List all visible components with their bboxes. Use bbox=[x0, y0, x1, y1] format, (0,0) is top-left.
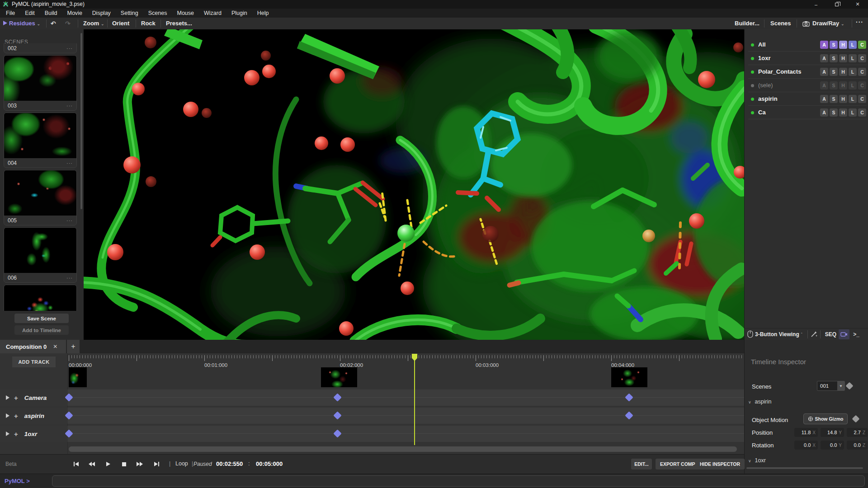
track-camera[interactable]: + Camera bbox=[0, 389, 744, 406]
hide-button[interactable]: H bbox=[839, 108, 847, 117]
keyframe-diamond[interactable] bbox=[333, 393, 341, 401]
color-button[interactable]: C bbox=[858, 95, 866, 103]
export-comp-button[interactable]: EXPORT COMP bbox=[656, 459, 700, 469]
mouse-mode-selector[interactable]: 3-Button Viewing bbox=[755, 331, 799, 338]
scene-card-005[interactable]: 005··· bbox=[4, 170, 77, 225]
track-lane[interactable] bbox=[68, 408, 744, 424]
play-button[interactable] bbox=[103, 460, 113, 468]
add-track-button[interactable]: ADD TRACK bbox=[12, 357, 56, 367]
scene-select[interactable]: 001 ▼ bbox=[817, 381, 845, 391]
rotation-z-field[interactable]: 0.0Z bbox=[847, 441, 868, 450]
scene-card-006[interactable]: 006··· bbox=[4, 227, 77, 283]
skip-to-end-button[interactable] bbox=[151, 460, 161, 468]
rotation-y-field[interactable]: 0.0Y bbox=[821, 441, 844, 450]
scene-card-menu-icon[interactable]: ··· bbox=[66, 160, 73, 166]
show-button[interactable]: S bbox=[830, 108, 838, 117]
dropdown-arrow-icon[interactable]: ▼ bbox=[837, 381, 844, 390]
show-button[interactable]: S bbox=[830, 68, 838, 76]
keyframe-diamond[interactable] bbox=[625, 393, 633, 401]
show-gizmo-button[interactable]: Show Gizmo bbox=[803, 413, 848, 424]
scenes-button[interactable]: Scenes bbox=[770, 20, 791, 27]
object-row-polar-contacts[interactable]: Polar_Contacts A S H L C bbox=[745, 65, 868, 79]
menu-setting[interactable]: Setting bbox=[116, 10, 143, 16]
label-button[interactable]: L bbox=[849, 108, 857, 117]
track-1oxr[interactable]: + 1oxr bbox=[0, 426, 744, 442]
fast-forward-button[interactable] bbox=[135, 460, 145, 468]
scene-card-menu-icon[interactable]: ··· bbox=[66, 218, 73, 223]
action-button[interactable]: A bbox=[820, 41, 828, 49]
terminal-toggle[interactable]: >_ bbox=[853, 331, 859, 338]
label-button[interactable]: L bbox=[849, 54, 857, 62]
close-button[interactable]: ✕ bbox=[847, 0, 868, 9]
color-button[interactable]: C bbox=[858, 54, 866, 62]
scene-card-007[interactable] bbox=[4, 285, 77, 311]
draw-ray-dropdown[interactable]: Draw/Ray ⌄ bbox=[812, 20, 844, 27]
hide-button[interactable]: H bbox=[839, 81, 847, 89]
movie-camera-button[interactable] bbox=[839, 329, 849, 339]
menu-mouse[interactable]: Mouse bbox=[172, 10, 199, 16]
molecular-viewport[interactable] bbox=[84, 29, 744, 340]
builder-button[interactable]: Builder... bbox=[735, 20, 760, 27]
keyframe-diamond-button[interactable] bbox=[852, 415, 860, 423]
hide-button[interactable]: H bbox=[839, 41, 847, 49]
redo-button[interactable]: ↷ bbox=[65, 20, 71, 27]
inspector-scrollbar[interactable] bbox=[746, 467, 863, 469]
loop-toggle[interactable]: Loop bbox=[175, 460, 188, 467]
rock-button[interactable]: Rock bbox=[141, 20, 156, 27]
keyframe-diamond[interactable] bbox=[333, 411, 341, 419]
timeline-ruler[interactable]: 00:00:000 00:01:000 00:02:000 00:03:000 … bbox=[68, 353, 744, 389]
new-composition-tab-button[interactable]: + bbox=[67, 340, 80, 353]
hide-inspector-button[interactable]: HIDE INSPECTOR bbox=[695, 459, 745, 469]
menu-plugin[interactable]: Plugin bbox=[226, 10, 252, 16]
command-input[interactable] bbox=[52, 475, 865, 487]
action-button[interactable]: A bbox=[820, 95, 828, 103]
close-tab-icon[interactable]: ✕ bbox=[53, 343, 57, 350]
rotation-x-field[interactable]: 0.0X bbox=[794, 441, 818, 450]
scene-card-menu-icon[interactable]: ··· bbox=[66, 46, 73, 51]
object-row-sele[interactable]: (sele) A S H L C bbox=[745, 79, 868, 92]
selection-mode-dropdown[interactable]: Residues ⌄ bbox=[9, 20, 40, 27]
position-x-field[interactable]: 11.8X bbox=[794, 428, 818, 437]
add-to-timeline-button[interactable]: Add to Timeline bbox=[14, 325, 69, 335]
color-button[interactable]: C bbox=[858, 68, 866, 76]
color-button[interactable]: C bbox=[858, 81, 866, 89]
track-header[interactable]: + Camera bbox=[0, 389, 68, 406]
action-button[interactable]: A bbox=[820, 108, 828, 117]
expand-arrow-icon[interactable] bbox=[6, 395, 9, 400]
edit-button[interactable]: EDIT... bbox=[631, 459, 652, 469]
keyframe-diamond-button[interactable] bbox=[846, 382, 854, 390]
seq-toggle[interactable]: SEQ bbox=[825, 331, 836, 338]
hide-button[interactable]: H bbox=[839, 95, 847, 103]
expand-arrow-icon[interactable] bbox=[6, 432, 9, 436]
hide-button[interactable]: H bbox=[839, 68, 847, 76]
magic-wand-icon[interactable] bbox=[810, 330, 818, 338]
menu-movie[interactable]: Movie bbox=[62, 10, 87, 16]
scene-card-menu-icon[interactable]: ··· bbox=[66, 275, 73, 281]
rewind-button[interactable] bbox=[87, 460, 97, 468]
label-button[interactable]: L bbox=[849, 95, 857, 103]
keyframe-diamond[interactable] bbox=[333, 429, 341, 437]
scene-card-002[interactable]: 002··· bbox=[4, 43, 77, 53]
expand-arrow-icon[interactable] bbox=[6, 413, 9, 418]
skip-to-start-button[interactable] bbox=[71, 460, 81, 468]
object-row-1oxr[interactable]: 1oxr A S H L C bbox=[745, 52, 868, 65]
color-button[interactable]: C bbox=[858, 108, 866, 117]
section-1oxr[interactable]: ∨1oxr bbox=[748, 457, 766, 464]
position-z-field[interactable]: 2.7Z bbox=[847, 428, 868, 437]
menu-edit[interactable]: Edit bbox=[20, 10, 40, 16]
track-lane[interactable] bbox=[68, 426, 744, 442]
add-keyframe-icon[interactable]: + bbox=[14, 412, 18, 420]
track-aspirin[interactable]: + aspirin bbox=[0, 408, 744, 424]
show-button[interactable]: S bbox=[830, 54, 838, 62]
composition-tab[interactable]: Composition 0 ✕ bbox=[0, 340, 66, 353]
color-button[interactable]: C bbox=[858, 41, 866, 49]
object-row-ca[interactable]: Ca A S H L C bbox=[745, 106, 868, 119]
menu-display[interactable]: Display bbox=[87, 10, 116, 16]
action-button[interactable]: A bbox=[820, 68, 828, 76]
label-button[interactable]: L bbox=[849, 41, 857, 49]
position-y-field[interactable]: 14.8Y bbox=[821, 428, 844, 437]
scenes-scrollbar[interactable] bbox=[80, 33, 82, 209]
more-options-button[interactable]: ··· bbox=[856, 19, 863, 26]
keyframe-diamond[interactable] bbox=[625, 411, 633, 419]
action-button[interactable]: A bbox=[820, 81, 828, 89]
